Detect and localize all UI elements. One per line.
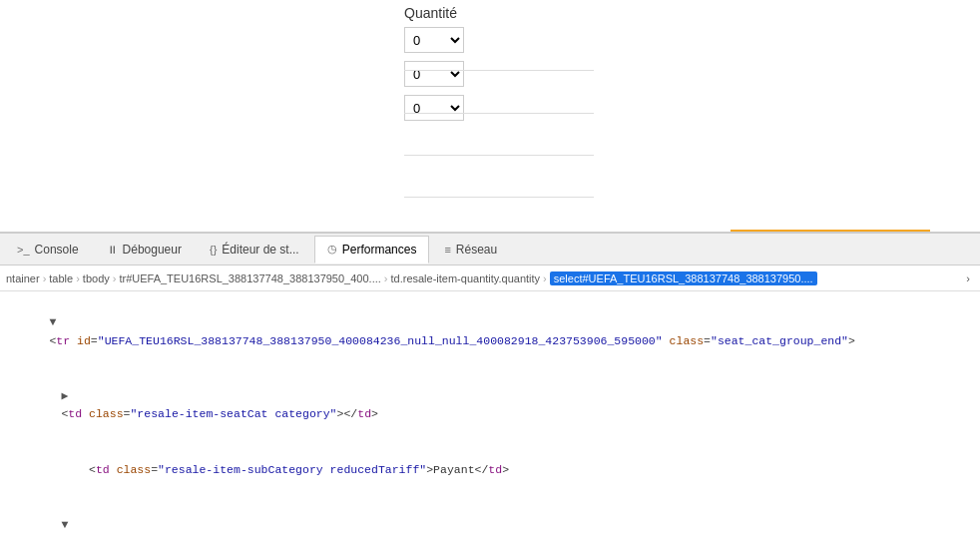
console-icon: >_ xyxy=(17,244,30,256)
quantite-label: Quantité xyxy=(404,5,464,21)
breadcrumb-tbody[interactable]: tbody xyxy=(83,272,110,284)
qty-row-3: 01234 xyxy=(404,95,464,121)
breadcrumb-tr[interactable]: tr#UEFA_TEU16RSL_388137748_388137950_400… xyxy=(119,272,380,284)
network-icon: ≡ xyxy=(444,244,450,256)
tab-style-editor[interactable]: {} Éditeur de st... xyxy=(197,236,312,264)
breadcrumb-next-arrow[interactable]: › xyxy=(962,272,974,284)
devtools-toolbar: >_ Console ⏸ Débogueur {} Éditeur de st.… xyxy=(0,234,980,266)
tab-performances[interactable]: ◷ Performances xyxy=(314,236,430,264)
qty-row-2: 01234 xyxy=(404,61,464,87)
breadcrumb-td[interactable]: td.resale-item-quantity.quantity xyxy=(390,272,540,284)
tab-network[interactable]: ≡ Réseau xyxy=(431,236,510,264)
qty-row-1: 01234 xyxy=(404,27,464,53)
devtools-panel: >_ Console ⏸ Débogueur {} Éditeur de st.… xyxy=(0,232,980,536)
performances-icon: ◷ xyxy=(327,243,337,256)
breadcrumb-bar: ntainer › table › tbody › tr#UEFA_TEU16R… xyxy=(0,266,980,291)
breadcrumb-container[interactable]: ntainer xyxy=(6,272,40,284)
style-icon: {} xyxy=(210,244,217,256)
tab-console[interactable]: >_ Console xyxy=(4,236,92,264)
qty-select-2[interactable]: 01234 xyxy=(404,61,464,87)
tab-debugger[interactable]: ⏸ Débogueur xyxy=(94,236,195,264)
debugger-icon: ⏸ xyxy=(107,244,118,256)
qty-select-1[interactable]: 01234 xyxy=(404,27,464,53)
quantite-section: Quantité 01234 01234 01234 xyxy=(404,5,464,129)
qty-select-3[interactable]: 01234 xyxy=(404,95,464,121)
breadcrumb-select[interactable]: select#UEFA_TEU16RSL_388137748_388137950… xyxy=(550,271,817,285)
code-line-3: <td class="resale-item-subCategory reduc… xyxy=(0,442,980,497)
expand-arrow-4[interactable]: ▼ xyxy=(61,516,73,534)
page-content: Quantité 01234 01234 01234 AJOUTER AU PA… xyxy=(0,0,980,210)
code-line-2: ▶ <td class="resale-item-seatCat categor… xyxy=(0,369,980,443)
expand-arrow-1[interactable]: ▼ xyxy=(49,313,61,331)
breadcrumb-table[interactable]: table xyxy=(49,272,73,284)
code-line-1: ▼ <tr id="UEFA_TEU16RSL_388137748_388137… xyxy=(0,295,980,369)
code-line-4: ▼ <td class="resale-item-quantity quanti… xyxy=(0,497,980,536)
code-area: ▼ <tr id="UEFA_TEU16RSL_388137748_388137… xyxy=(0,291,980,536)
expand-arrow-2[interactable]: ▶ xyxy=(61,387,73,405)
